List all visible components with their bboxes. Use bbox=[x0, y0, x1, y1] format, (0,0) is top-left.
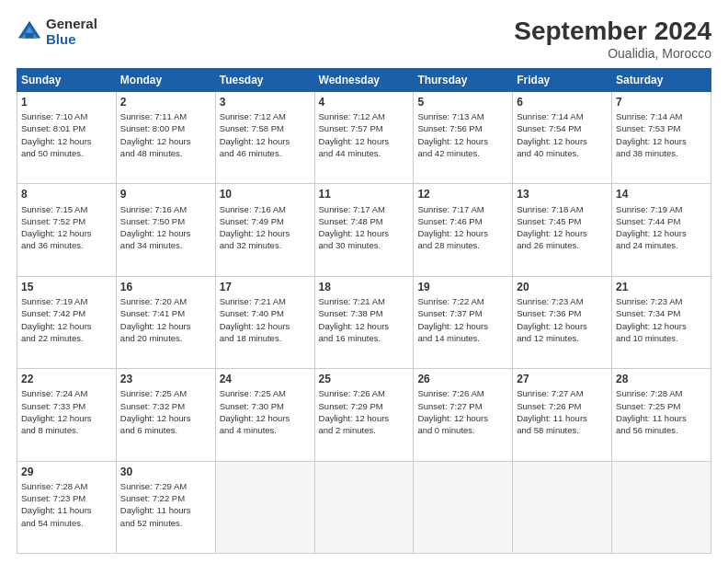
day-number: 15 bbox=[21, 280, 112, 294]
table-cell: 13Sunrise: 7:18 AMSunset: 7:45 PMDayligh… bbox=[513, 184, 612, 276]
table-cell: 2Sunrise: 7:11 AMSunset: 8:00 PMDaylight… bbox=[116, 92, 215, 184]
table-cell: 1Sunrise: 7:10 AMSunset: 8:01 PMDaylight… bbox=[17, 92, 117, 184]
day-number: 9 bbox=[120, 187, 211, 201]
day-number: 2 bbox=[120, 95, 211, 109]
weekday-header-row: Sunday Monday Tuesday Wednesday Thursday… bbox=[17, 69, 711, 92]
week-row-1: 1Sunrise: 7:10 AMSunset: 8:01 PMDaylight… bbox=[17, 92, 711, 184]
table-cell: 9Sunrise: 7:16 AMSunset: 7:50 PMDaylight… bbox=[116, 184, 215, 276]
table-cell: 12Sunrise: 7:17 AMSunset: 7:46 PMDayligh… bbox=[414, 184, 513, 276]
day-info: Sunrise: 7:14 AMSunset: 7:54 PMDaylight:… bbox=[517, 110, 608, 159]
day-number: 24 bbox=[220, 372, 311, 386]
day-info: Sunrise: 7:12 AMSunset: 7:57 PMDaylight:… bbox=[319, 110, 410, 159]
col-sunday: Sunday bbox=[17, 69, 117, 92]
day-number: 20 bbox=[517, 280, 608, 294]
calendar-table: Sunday Monday Tuesday Wednesday Thursday… bbox=[17, 68, 711, 554]
table-cell: 15Sunrise: 7:19 AMSunset: 7:42 PMDayligh… bbox=[17, 276, 117, 368]
day-info: Sunrise: 7:27 AMSunset: 7:26 PMDaylight:… bbox=[517, 387, 608, 436]
col-friday: Friday bbox=[513, 69, 612, 92]
table-cell: 18Sunrise: 7:21 AMSunset: 7:38 PMDayligh… bbox=[314, 276, 414, 368]
day-info: Sunrise: 7:10 AMSunset: 8:01 PMDaylight:… bbox=[21, 110, 112, 159]
day-number: 22 bbox=[21, 372, 112, 386]
day-info: Sunrise: 7:20 AMSunset: 7:41 PMDaylight:… bbox=[120, 295, 211, 344]
day-info: Sunrise: 7:12 AMSunset: 7:58 PMDaylight:… bbox=[220, 110, 311, 159]
day-info: Sunrise: 7:23 AMSunset: 7:36 PMDaylight:… bbox=[517, 295, 608, 344]
table-cell bbox=[314, 461, 414, 553]
day-number: 7 bbox=[616, 95, 707, 109]
logo-general-text: General bbox=[46, 17, 97, 32]
day-info: Sunrise: 7:19 AMSunset: 7:44 PMDaylight:… bbox=[616, 203, 707, 252]
table-cell: 11Sunrise: 7:17 AMSunset: 7:48 PMDayligh… bbox=[314, 184, 414, 276]
table-cell: 19Sunrise: 7:22 AMSunset: 7:37 PMDayligh… bbox=[414, 276, 513, 368]
day-info: Sunrise: 7:16 AMSunset: 7:49 PMDaylight:… bbox=[220, 203, 311, 252]
logo-blue-text: Blue bbox=[46, 32, 97, 48]
week-row-2: 8Sunrise: 7:15 AMSunset: 7:52 PMDaylight… bbox=[17, 184, 711, 276]
col-tuesday: Tuesday bbox=[215, 69, 314, 92]
day-number: 26 bbox=[417, 372, 508, 386]
col-monday: Monday bbox=[116, 69, 215, 92]
day-number: 21 bbox=[616, 280, 707, 294]
table-cell: 14Sunrise: 7:19 AMSunset: 7:44 PMDayligh… bbox=[612, 184, 711, 276]
day-number: 1 bbox=[21, 95, 112, 109]
day-number: 27 bbox=[517, 372, 608, 386]
table-cell: 26Sunrise: 7:26 AMSunset: 7:27 PMDayligh… bbox=[414, 369, 513, 461]
week-row-3: 15Sunrise: 7:19 AMSunset: 7:42 PMDayligh… bbox=[17, 276, 711, 368]
col-saturday: Saturday bbox=[612, 69, 711, 92]
table-cell: 3Sunrise: 7:12 AMSunset: 7:58 PMDaylight… bbox=[215, 92, 314, 184]
day-number: 12 bbox=[417, 187, 508, 201]
day-number: 19 bbox=[417, 280, 508, 294]
day-info: Sunrise: 7:16 AMSunset: 7:50 PMDaylight:… bbox=[120, 203, 211, 252]
day-info: Sunrise: 7:28 AMSunset: 7:23 PMDaylight:… bbox=[21, 480, 112, 529]
day-info: Sunrise: 7:24 AMSunset: 7:33 PMDaylight:… bbox=[21, 387, 112, 436]
logo-icon bbox=[17, 19, 42, 45]
day-number: 25 bbox=[319, 372, 410, 386]
day-info: Sunrise: 7:19 AMSunset: 7:42 PMDaylight:… bbox=[21, 295, 112, 344]
month-title: September 2024 bbox=[514, 17, 711, 46]
day-info: Sunrise: 7:25 AMSunset: 7:32 PMDaylight:… bbox=[120, 387, 211, 436]
day-info: Sunrise: 7:13 AMSunset: 7:56 PMDaylight:… bbox=[417, 110, 508, 159]
logo-text: General Blue bbox=[46, 17, 97, 47]
day-info: Sunrise: 7:28 AMSunset: 7:25 PMDaylight:… bbox=[616, 387, 707, 436]
day-info: Sunrise: 7:26 AMSunset: 7:27 PMDaylight:… bbox=[417, 387, 508, 436]
day-number: 17 bbox=[220, 280, 311, 294]
table-cell: 30Sunrise: 7:29 AMSunset: 7:22 PMDayligh… bbox=[116, 461, 215, 553]
day-info: Sunrise: 7:17 AMSunset: 7:46 PMDaylight:… bbox=[417, 203, 508, 252]
table-cell: 10Sunrise: 7:16 AMSunset: 7:49 PMDayligh… bbox=[215, 184, 314, 276]
day-info: Sunrise: 7:17 AMSunset: 7:48 PMDaylight:… bbox=[319, 203, 410, 252]
table-cell: 8Sunrise: 7:15 AMSunset: 7:52 PMDaylight… bbox=[17, 184, 117, 276]
table-cell: 25Sunrise: 7:26 AMSunset: 7:29 PMDayligh… bbox=[314, 369, 414, 461]
day-number: 30 bbox=[120, 465, 211, 479]
day-number: 23 bbox=[120, 372, 211, 386]
table-cell: 20Sunrise: 7:23 AMSunset: 7:36 PMDayligh… bbox=[513, 276, 612, 368]
day-info: Sunrise: 7:21 AMSunset: 7:38 PMDaylight:… bbox=[319, 295, 410, 344]
day-number: 4 bbox=[319, 95, 410, 109]
day-number: 13 bbox=[517, 187, 608, 201]
table-cell: 21Sunrise: 7:23 AMSunset: 7:34 PMDayligh… bbox=[612, 276, 711, 368]
logo: General Blue bbox=[17, 17, 97, 47]
day-number: 16 bbox=[120, 280, 211, 294]
table-cell: 5Sunrise: 7:13 AMSunset: 7:56 PMDaylight… bbox=[414, 92, 513, 184]
svg-rect-2 bbox=[25, 32, 33, 38]
table-cell: 28Sunrise: 7:28 AMSunset: 7:25 PMDayligh… bbox=[612, 369, 711, 461]
day-number: 29 bbox=[21, 465, 112, 479]
day-number: 6 bbox=[517, 95, 608, 109]
day-number: 3 bbox=[220, 95, 311, 109]
day-number: 18 bbox=[319, 280, 410, 294]
table-cell: 7Sunrise: 7:14 AMSunset: 7:53 PMDaylight… bbox=[612, 92, 711, 184]
title-block: September 2024 Oualidia, Morocco bbox=[514, 17, 711, 61]
table-cell bbox=[215, 461, 314, 553]
table-cell: 4Sunrise: 7:12 AMSunset: 7:57 PMDaylight… bbox=[314, 92, 414, 184]
day-info: Sunrise: 7:25 AMSunset: 7:30 PMDaylight:… bbox=[220, 387, 311, 436]
header: General Blue September 2024 Oualidia, Mo… bbox=[17, 17, 711, 61]
table-cell: 16Sunrise: 7:20 AMSunset: 7:41 PMDayligh… bbox=[116, 276, 215, 368]
day-number: 28 bbox=[616, 372, 707, 386]
day-info: Sunrise: 7:29 AMSunset: 7:22 PMDaylight:… bbox=[120, 480, 211, 529]
day-info: Sunrise: 7:22 AMSunset: 7:37 PMDaylight:… bbox=[417, 295, 508, 344]
table-cell bbox=[612, 461, 711, 553]
day-number: 14 bbox=[616, 187, 707, 201]
col-wednesday: Wednesday bbox=[314, 69, 414, 92]
week-row-4: 22Sunrise: 7:24 AMSunset: 7:33 PMDayligh… bbox=[17, 369, 711, 461]
day-number: 10 bbox=[220, 187, 311, 201]
day-number: 5 bbox=[417, 95, 508, 109]
day-info: Sunrise: 7:14 AMSunset: 7:53 PMDaylight:… bbox=[616, 110, 707, 159]
subtitle: Oualidia, Morocco bbox=[514, 46, 711, 61]
